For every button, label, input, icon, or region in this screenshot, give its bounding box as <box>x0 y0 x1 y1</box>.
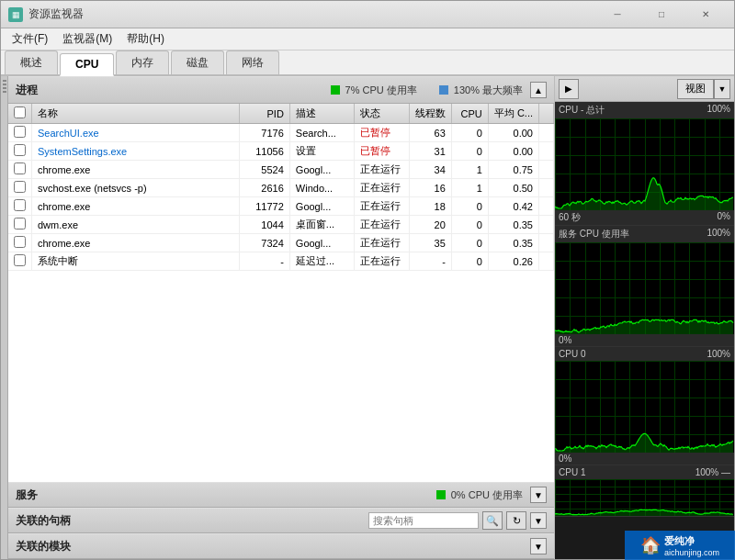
tab-cpu[interactable]: CPU <box>60 53 114 76</box>
select-all-checkbox[interactable] <box>14 106 26 118</box>
row-avg: 0.35 <box>488 234 538 252</box>
row-status: 已暂停 <box>354 124 409 142</box>
col-header-pid[interactable]: PID <box>239 104 289 124</box>
close-button[interactable]: ✕ <box>684 1 727 28</box>
process-collapse-btn[interactable]: ▲ <box>530 82 547 98</box>
row-threads: 16 <box>409 179 451 197</box>
row-cpu: 0 <box>451 216 488 234</box>
main-content: 进程 7% CPU 使用率 130% 最大频率 ▲ <box>1 76 734 559</box>
col-header-avg[interactable]: 平均 C... <box>488 104 538 124</box>
table-row[interactable]: 系统中断 - 延迟过... 正在运行 - 0 0.26 <box>8 252 554 271</box>
table-row[interactable]: dwm.exe 1044 桌面窗... 正在运行 20 0 0.35 <box>8 216 554 234</box>
handles-search-button[interactable]: 🔍 <box>482 511 503 530</box>
handles-header[interactable]: 关联的句柄 🔍 ↻ ▼ <box>8 508 554 533</box>
view-dropdown-button[interactable]: ▼ <box>714 79 730 99</box>
col-header-status[interactable]: 状态 <box>354 104 409 124</box>
freq-status-dot <box>439 85 448 95</box>
row-name: chrome.exe <box>32 161 240 179</box>
chart-cpu1-label-row: CPU 1 100% — <box>555 465 734 479</box>
watermark-text: 爱纯净 aichunjing.com <box>664 534 719 557</box>
chart-cpu1-max: 100% — <box>695 467 730 477</box>
row-cpu: 0 <box>451 234 488 252</box>
row-checkbox[interactable] <box>14 181 26 193</box>
table-row[interactable]: chrome.exe 7324 Googl... 正在运行 35 0 0.35 <box>8 234 554 252</box>
table-row[interactable]: svchost.exe (netsvcs -p) 2616 Windo... 正… <box>8 179 554 197</box>
row-checkbox[interactable] <box>14 144 26 156</box>
chart-cpu1: CPU 1 100% — <box>555 465 734 517</box>
max-freq-text: 130% 最大频率 <box>454 84 523 97</box>
table-row[interactable]: chrome.exe 11772 Googl... 正在运行 18 0 0.42 <box>8 197 554 216</box>
handles-collapse-btn[interactable]: ▼ <box>530 512 547 529</box>
window-controls: ─ □ ✕ <box>596 1 727 28</box>
col-header-threads[interactable]: 线程数 <box>409 104 451 124</box>
maximize-button[interactable]: □ <box>640 1 683 28</box>
row-cpu: 1 <box>451 179 488 197</box>
row-avg: 0.75 <box>488 161 538 179</box>
col-header-desc[interactable]: 描述 <box>289 104 354 124</box>
chart-total-label: CPU - 总计 <box>559 104 605 117</box>
row-checkbox[interactable] <box>14 126 26 138</box>
row-desc: Windo... <box>289 179 354 197</box>
chart-total-time: 60 秒 <box>559 211 581 224</box>
process-status: 7% CPU 使用率 130% 最大频率 <box>331 84 523 97</box>
menu-file[interactable]: 文件(F) <box>5 29 55 49</box>
row-avg: 0.26 <box>488 252 538 271</box>
row-name: 系统中断 <box>32 252 240 271</box>
watermark: 🏠 爱纯净 aichunjing.com <box>625 531 735 560</box>
table-row[interactable]: chrome.exe 5524 Googl... 正在运行 34 1 0.75 <box>8 161 554 179</box>
tab-network[interactable]: 网络 <box>226 50 279 74</box>
row-checkbox[interactable] <box>14 218 26 230</box>
minimize-button[interactable]: ─ <box>596 1 639 28</box>
handles-section: 关联的句柄 🔍 ↻ ▼ <box>8 508 554 533</box>
row-desc: Googl... <box>289 161 354 179</box>
table-row[interactable]: SystemSettings.exe 11056 设置 已暂停 31 0 0.0… <box>8 142 554 161</box>
col-header-check[interactable] <box>8 104 32 124</box>
row-threads: 35 <box>409 234 451 252</box>
view-button[interactable]: 视图 <box>677 79 714 99</box>
row-pid: 11056 <box>239 142 289 161</box>
handles-search-input[interactable] <box>368 512 479 529</box>
menu-help[interactable]: 帮助(H) <box>119 29 172 49</box>
process-title: 进程 <box>16 83 331 98</box>
services-header[interactable]: 服务 0% CPU 使用率 ▼ <box>8 482 554 508</box>
row-checkbox[interactable] <box>14 162 26 174</box>
tab-disk[interactable]: 磁盘 <box>171 50 224 74</box>
tab-memory[interactable]: 内存 <box>116 50 169 74</box>
right-nav-button[interactable]: ▶ <box>559 79 579 99</box>
row-threads: 34 <box>409 161 451 179</box>
modules-collapse-btn[interactable]: ▼ <box>530 538 547 554</box>
chart-total-max: 100% <box>707 104 730 117</box>
tab-overview[interactable]: 概述 <box>5 50 58 74</box>
row-pid: 1044 <box>239 216 289 234</box>
col-header-name[interactable]: 名称 <box>32 104 240 124</box>
chart-cpu1-label: CPU 1 <box>559 467 585 477</box>
row-checkbox[interactable] <box>14 254 26 266</box>
menu-monitor[interactable]: 监视器(M) <box>55 29 119 49</box>
tick <box>3 87 6 89</box>
row-checkbox-cell <box>8 161 32 179</box>
chart-total-canvas <box>555 118 734 210</box>
row-pid: 2616 <box>239 179 289 197</box>
row-checkbox-cell <box>8 197 32 216</box>
chart-container: CPU - 总计 100% 60 秒 0% 服务 CPU 使用率 <box>555 102 734 559</box>
table-row[interactable]: SearchUI.exe 7176 Search... 已暂停 63 0 0.0… <box>8 124 554 142</box>
row-desc: Search... <box>289 124 354 142</box>
row-pid: 5524 <box>239 161 289 179</box>
left-sidebar <box>1 76 8 559</box>
row-desc: 延迟过... <box>289 252 354 271</box>
chart-total-label-row: CPU - 总计 100% <box>555 102 734 118</box>
handles-refresh-button[interactable]: ↻ <box>506 511 526 530</box>
row-checkbox[interactable] <box>14 236 26 248</box>
process-header[interactable]: 进程 7% CPU 使用率 130% 最大频率 ▲ <box>8 76 554 104</box>
row-spacer <box>539 197 554 216</box>
col-header-cpu[interactable]: CPU <box>451 104 488 124</box>
chart-service-cpu: 服务 CPU 使用率 100% 0% <box>555 226 734 347</box>
row-pid: 7324 <box>239 234 289 252</box>
cpu-usage-text: 7% CPU 使用率 <box>345 84 417 97</box>
row-threads: 63 <box>409 124 451 142</box>
modules-header[interactable]: 关联的模块 ▼ <box>8 533 554 559</box>
main-window: ▦ 资源监视器 ─ □ ✕ 文件(F) 监视器(M) 帮助(H) 概述 CPU … <box>0 0 735 560</box>
services-collapse-btn[interactable]: ▼ <box>530 487 547 503</box>
row-checkbox[interactable] <box>14 199 26 211</box>
process-table-container[interactable]: 名称 PID 描述 状态 线程数 CPU 平均 C... <box>8 104 554 482</box>
